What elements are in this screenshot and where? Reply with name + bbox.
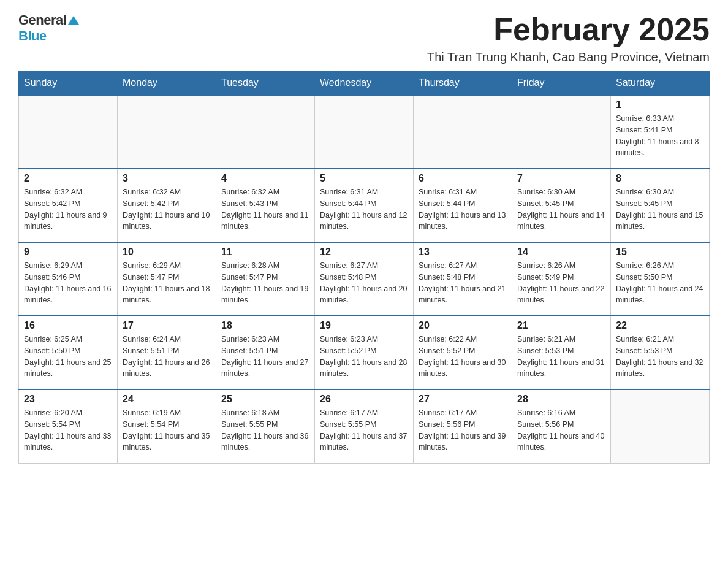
day-info: Sunrise: 6:30 AMSunset: 5:45 PMDaylight:…	[517, 186, 605, 232]
day-info: Sunrise: 6:26 AMSunset: 5:50 PMDaylight:…	[616, 260, 704, 306]
calendar-day-cell: 6Sunrise: 6:31 AMSunset: 5:44 PMDaylight…	[414, 169, 512, 242]
day-number: 3	[123, 173, 211, 184]
logo-blue-text: Blue	[18, 28, 79, 44]
day-info: Sunrise: 6:28 AMSunset: 5:47 PMDaylight:…	[221, 260, 309, 306]
month-title: February 2025	[427, 12, 710, 47]
calendar-week-row: 9Sunrise: 6:29 AMSunset: 5:46 PMDaylight…	[19, 242, 710, 316]
day-info: Sunrise: 6:29 AMSunset: 5:47 PMDaylight:…	[123, 260, 211, 306]
title-area: February 2025 Thi Tran Trung Khanh, Cao …	[427, 12, 710, 64]
calendar-day-cell: 27Sunrise: 6:17 AMSunset: 5:56 PMDayligh…	[414, 389, 512, 463]
calendar-week-row: 16Sunrise: 6:25 AMSunset: 5:50 PMDayligh…	[19, 316, 710, 389]
calendar-day-cell: 11Sunrise: 6:28 AMSunset: 5:47 PMDayligh…	[216, 242, 315, 316]
day-info: Sunrise: 6:26 AMSunset: 5:49 PMDaylight:…	[517, 260, 605, 306]
logo: General Blue	[18, 12, 79, 44]
calendar-day-cell: 12Sunrise: 6:27 AMSunset: 5:48 PMDayligh…	[315, 242, 414, 316]
day-number: 13	[419, 247, 507, 258]
day-number: 18	[221, 320, 309, 331]
calendar-day-cell: 22Sunrise: 6:21 AMSunset: 5:53 PMDayligh…	[611, 316, 710, 389]
day-info: Sunrise: 6:29 AMSunset: 5:46 PMDaylight:…	[24, 260, 112, 306]
calendar-week-row: 23Sunrise: 6:20 AMSunset: 5:54 PMDayligh…	[19, 389, 710, 463]
day-info: Sunrise: 6:18 AMSunset: 5:55 PMDaylight:…	[221, 407, 309, 453]
header: General Blue February 2025 Thi Tran Trun…	[18, 12, 710, 64]
calendar-day-header: Sunday	[19, 71, 118, 96]
day-number: 4	[221, 173, 309, 184]
day-info: Sunrise: 6:33 AMSunset: 5:41 PMDaylight:…	[616, 113, 704, 159]
calendar-day-cell: 23Sunrise: 6:20 AMSunset: 5:54 PMDayligh…	[19, 389, 118, 463]
calendar-day-cell: 24Sunrise: 6:19 AMSunset: 5:54 PMDayligh…	[118, 389, 216, 463]
day-info: Sunrise: 6:16 AMSunset: 5:56 PMDaylight:…	[517, 407, 605, 453]
day-info: Sunrise: 6:17 AMSunset: 5:55 PMDaylight:…	[320, 407, 408, 453]
day-info: Sunrise: 6:25 AMSunset: 5:50 PMDaylight:…	[24, 334, 112, 380]
calendar-day-cell: 4Sunrise: 6:32 AMSunset: 5:43 PMDaylight…	[216, 169, 315, 242]
calendar-day-cell: 7Sunrise: 6:30 AMSunset: 5:45 PMDaylight…	[512, 169, 611, 242]
day-info: Sunrise: 6:20 AMSunset: 5:54 PMDaylight:…	[24, 407, 112, 453]
day-info: Sunrise: 6:23 AMSunset: 5:51 PMDaylight:…	[221, 334, 309, 380]
day-number: 7	[517, 173, 605, 184]
day-info: Sunrise: 6:27 AMSunset: 5:48 PMDaylight:…	[419, 260, 507, 306]
calendar-day-cell: 10Sunrise: 6:29 AMSunset: 5:47 PMDayligh…	[118, 242, 216, 316]
day-number: 20	[419, 320, 507, 331]
day-info: Sunrise: 6:32 AMSunset: 5:42 PMDaylight:…	[123, 186, 211, 232]
calendar-day-cell: 1Sunrise: 6:33 AMSunset: 5:41 PMDaylight…	[611, 95, 710, 169]
day-number: 9	[24, 247, 112, 258]
day-number: 2	[24, 173, 112, 184]
day-info: Sunrise: 6:30 AMSunset: 5:45 PMDaylight:…	[616, 186, 704, 232]
day-info: Sunrise: 6:32 AMSunset: 5:42 PMDaylight:…	[24, 186, 112, 232]
calendar-day-cell: 20Sunrise: 6:22 AMSunset: 5:52 PMDayligh…	[414, 316, 512, 389]
calendar-day-cell: 13Sunrise: 6:27 AMSunset: 5:48 PMDayligh…	[414, 242, 512, 316]
calendar-day-header: Saturday	[611, 71, 710, 96]
calendar-week-row: 1Sunrise: 6:33 AMSunset: 5:41 PMDaylight…	[19, 95, 710, 169]
calendar-day-cell	[118, 95, 216, 169]
calendar-day-cell: 8Sunrise: 6:30 AMSunset: 5:45 PMDaylight…	[611, 169, 710, 242]
day-number: 22	[616, 320, 704, 331]
calendar-day-cell	[512, 95, 611, 169]
calendar-header-row: SundayMondayTuesdayWednesdayThursdayFrid…	[19, 71, 710, 96]
calendar-day-header: Wednesday	[315, 71, 414, 96]
day-number: 25	[221, 394, 309, 405]
location-title: Thi Tran Trung Khanh, Cao Bang Province,…	[427, 50, 710, 64]
calendar-day-cell: 3Sunrise: 6:32 AMSunset: 5:42 PMDaylight…	[118, 169, 216, 242]
day-number: 21	[517, 320, 605, 331]
day-number: 27	[419, 394, 507, 405]
day-info: Sunrise: 6:23 AMSunset: 5:52 PMDaylight:…	[320, 334, 408, 380]
logo-general-text: General	[18, 12, 66, 28]
calendar-day-cell: 15Sunrise: 6:26 AMSunset: 5:50 PMDayligh…	[611, 242, 710, 316]
day-number: 26	[320, 394, 408, 405]
calendar-day-cell: 2Sunrise: 6:32 AMSunset: 5:42 PMDaylight…	[19, 169, 118, 242]
day-info: Sunrise: 6:17 AMSunset: 5:56 PMDaylight:…	[419, 407, 507, 453]
day-number: 10	[123, 247, 211, 258]
calendar-day-cell	[414, 95, 512, 169]
calendar-day-cell: 18Sunrise: 6:23 AMSunset: 5:51 PMDayligh…	[216, 316, 315, 389]
calendar-day-header: Tuesday	[216, 71, 315, 96]
day-info: Sunrise: 6:31 AMSunset: 5:44 PMDaylight:…	[419, 186, 507, 232]
day-number: 23	[24, 394, 112, 405]
calendar-day-cell	[216, 95, 315, 169]
day-number: 1	[616, 99, 704, 110]
day-number: 24	[123, 394, 211, 405]
day-number: 12	[320, 247, 408, 258]
day-info: Sunrise: 6:32 AMSunset: 5:43 PMDaylight:…	[221, 186, 309, 232]
day-info: Sunrise: 6:19 AMSunset: 5:54 PMDaylight:…	[123, 407, 211, 453]
calendar-day-header: Friday	[512, 71, 611, 96]
day-number: 5	[320, 173, 408, 184]
day-info: Sunrise: 6:27 AMSunset: 5:48 PMDaylight:…	[320, 260, 408, 306]
day-info: Sunrise: 6:22 AMSunset: 5:52 PMDaylight:…	[419, 334, 507, 380]
calendar-table: SundayMondayTuesdayWednesdayThursdayFrid…	[18, 71, 710, 464]
calendar-day-cell: 5Sunrise: 6:31 AMSunset: 5:44 PMDaylight…	[315, 169, 414, 242]
day-number: 11	[221, 247, 309, 258]
day-number: 28	[517, 394, 605, 405]
calendar-day-cell: 14Sunrise: 6:26 AMSunset: 5:49 PMDayligh…	[512, 242, 611, 316]
day-number: 6	[419, 173, 507, 184]
calendar-day-header: Thursday	[414, 71, 512, 96]
calendar-day-header: Monday	[118, 71, 216, 96]
day-info: Sunrise: 6:21 AMSunset: 5:53 PMDaylight:…	[517, 334, 605, 380]
day-number: 14	[517, 247, 605, 258]
day-number: 19	[320, 320, 408, 331]
calendar-day-cell: 28Sunrise: 6:16 AMSunset: 5:56 PMDayligh…	[512, 389, 611, 463]
day-info: Sunrise: 6:31 AMSunset: 5:44 PMDaylight:…	[320, 186, 408, 232]
day-number: 15	[616, 247, 704, 258]
calendar-day-cell: 9Sunrise: 6:29 AMSunset: 5:46 PMDaylight…	[19, 242, 118, 316]
day-info: Sunrise: 6:21 AMSunset: 5:53 PMDaylight:…	[616, 334, 704, 380]
calendar-day-cell: 16Sunrise: 6:25 AMSunset: 5:50 PMDayligh…	[19, 316, 118, 389]
calendar-day-cell	[315, 95, 414, 169]
